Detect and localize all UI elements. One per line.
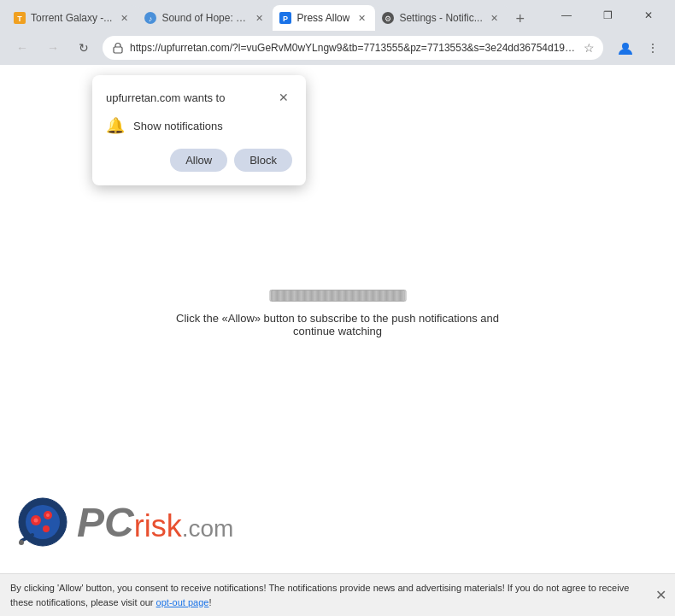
svg-text:⚙: ⚙ [384, 15, 391, 23]
bottom-bar-text-before: By clicking 'Allow' button, you consent … [10, 583, 629, 607]
popup-item-text: Show notifications [133, 120, 223, 132]
tab-bar: T Torrent Galaxy -... ✕ ♪ Sound of Hope:… [7, 0, 537, 31]
pcrisk-text-container: PC risk .com [77, 499, 233, 546]
window-controls: — ❐ ✕ [547, 3, 668, 28]
popup-buttons: Allow Block [106, 149, 292, 172]
block-button[interactable]: Block [234, 149, 292, 172]
svg-rect-8 [114, 47, 122, 53]
toolbar-icons: ⋮ [613, 36, 665, 60]
svg-text:♪: ♪ [149, 15, 153, 23]
bottom-bar-close-button[interactable]: ✕ [655, 585, 666, 606]
close-button[interactable]: ✕ [629, 3, 668, 28]
tab-close-torrent[interactable]: ✕ [117, 11, 131, 25]
pc-text: PC [77, 499, 134, 546]
allow-button[interactable]: Allow [170, 149, 227, 172]
popup-close-button[interactable]: ✕ [275, 89, 292, 106]
svg-text:P: P [283, 15, 288, 23]
back-button[interactable]: ← [10, 36, 34, 60]
tab-pressallow[interactable]: P Press Allow ✕ [273, 5, 375, 31]
tab-close-sound[interactable]: ✕ [252, 11, 266, 25]
bottom-bar-text-after: ! [208, 597, 211, 607]
browser-frame: T Torrent Galaxy -... ✕ ♪ Sound of Hope:… [0, 0, 675, 616]
tab-favicon-sound: ♪ [144, 12, 156, 24]
minimize-button[interactable]: — [547, 3, 586, 28]
svg-point-14 [43, 525, 50, 532]
svg-point-16 [46, 513, 50, 517]
tab-sound[interactable]: ♪ Sound of Hope: T... ✕ [138, 5, 273, 31]
title-bar: T Torrent Galaxy -... ✕ ♪ Sound of Hope:… [0, 0, 675, 31]
opt-out-link[interactable]: opt-out page [156, 597, 209, 607]
bell-icon: 🔔 [106, 116, 125, 135]
new-tab-button[interactable]: + [508, 7, 532, 31]
svg-text:T: T [17, 15, 22, 23]
progress-bar [269, 290, 406, 302]
url-text: https://upfurretan.com/?l=vuGeRvM0wYLngw… [130, 42, 578, 54]
tab-title-torrent: Torrent Galaxy -... [31, 12, 112, 24]
svg-point-15 [34, 519, 38, 523]
tab-settings[interactable]: ⚙ Settings - Notific... ✕ [375, 5, 508, 31]
maximize-button[interactable]: ❐ [588, 3, 627, 28]
notification-popup: upfurretan.com wants to ✕ 🔔 Show notific… [92, 75, 306, 185]
tab-favicon-pressallow: P [279, 12, 291, 24]
progress-bar-fill [270, 290, 405, 301]
pcrisk-logo: PC risk .com [17, 496, 233, 548]
svg-point-18 [19, 540, 24, 545]
popup-notification-item: 🔔 Show notifications [106, 116, 292, 135]
tab-favicon-torrent: T [14, 12, 26, 24]
loading-section: Click the «Allow» button to subscribe to… [169, 290, 507, 337]
bottom-notification-bar: By clicking 'Allow' button, you consent … [0, 573, 675, 616]
menu-icon[interactable]: ⋮ [641, 36, 665, 60]
com-text: .com [182, 515, 234, 543]
tab-close-pressallow[interactable]: ✕ [355, 11, 368, 25]
profile-icon[interactable] [613, 36, 637, 60]
tab-close-settings[interactable]: ✕ [488, 11, 502, 25]
tab-title-settings: Settings - Notific... [399, 12, 482, 24]
svg-point-9 [622, 43, 629, 50]
address-bar: ← → ↻ https://upfurretan.com/?l=vuGeRvM0… [0, 31, 675, 65]
popup-header: upfurretan.com wants to ✕ [106, 89, 292, 106]
security-icon [111, 41, 125, 55]
page-content: upfurretan.com wants to ✕ 🔔 Show notific… [0, 65, 675, 616]
tab-torrent[interactable]: T Torrent Galaxy -... ✕ [7, 5, 138, 31]
tab-favicon-settings: ⚙ [382, 12, 394, 24]
pcrisk-icon [17, 496, 68, 548]
tab-title-pressallow: Press Allow [296, 12, 349, 24]
popup-title: upfurretan.com wants to [106, 91, 225, 104]
risk-text: risk [134, 508, 182, 544]
url-bar[interactable]: https://upfurretan.com/?l=vuGeRvM0wYLngw… [103, 36, 603, 60]
page-inner: upfurretan.com wants to ✕ 🔔 Show notific… [0, 65, 675, 616]
forward-button[interactable]: → [41, 36, 65, 60]
tab-title-sound: Sound of Hope: T... [161, 12, 247, 24]
bookmark-icon[interactable]: ☆ [584, 41, 595, 55]
loading-text: Click the «Allow» button to subscribe to… [169, 312, 507, 337]
reload-button[interactable]: ↻ [72, 36, 96, 60]
